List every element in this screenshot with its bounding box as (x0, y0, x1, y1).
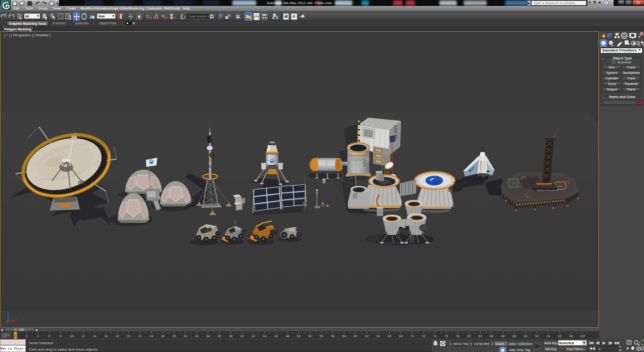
svg-text:10: 10 (70, 335, 74, 338)
svg-text:94: 94 (546, 335, 550, 338)
svg-text:x: x (16, 318, 17, 321)
svg-text:78: 78 (456, 335, 460, 338)
svg-text:54: 54 (320, 335, 323, 338)
svg-text:CAE: CAE (557, 185, 562, 187)
svg-text:42: 42 (252, 335, 255, 338)
svg-text:23768.855: 23768.855 (474, 342, 489, 346)
svg-text:X:: X: (449, 342, 453, 346)
svg-text:56: 56 (331, 335, 335, 338)
svg-text:20: 20 (127, 335, 131, 338)
svg-text:36: 36 (218, 335, 221, 338)
svg-text:28: 28 (172, 335, 176, 338)
svg-text:44: 44 (263, 335, 267, 338)
svg-text:76: 76 (444, 335, 448, 338)
svg-text:8: 8 (60, 335, 62, 338)
svg-text:84: 84 (490, 335, 494, 338)
svg-text:24: 24 (150, 335, 153, 338)
svg-text:22: 22 (138, 335, 142, 338)
svg-text:14: 14 (93, 335, 97, 338)
svg-text:0.0cm: 0.0cm (495, 342, 504, 346)
svg-text:66: 66 (388, 335, 391, 338)
svg-text:⌚: ⌚ (632, 41, 637, 45)
svg-text:4: 4 (37, 335, 39, 338)
svg-text:48: 48 (286, 335, 289, 338)
svg-text:62: 62 (365, 335, 369, 338)
svg-text:86: 86 (501, 335, 505, 338)
svg-text:Selected: Selected (559, 341, 574, 345)
svg-text:38: 38 (229, 335, 233, 338)
svg-text:Auto Key: Auto Key (544, 341, 558, 345)
svg-text:26: 26 (161, 335, 165, 338)
svg-text:Add Time Tag: Add Time Tag (509, 348, 530, 352)
svg-text:View: View (98, 14, 105, 18)
svg-text:%: % (162, 14, 165, 18)
svg-text:72: 72 (422, 335, 426, 338)
svg-text:Key Filters...: Key Filters... (567, 347, 586, 351)
svg-text:88: 88 (512, 335, 516, 338)
svg-text:6: 6 (48, 335, 50, 338)
svg-text:18: 18 (115, 335, 119, 338)
svg-text:90: 90 (524, 335, 528, 338)
svg-text:80: 80 (467, 335, 471, 338)
svg-text:Set Key: Set Key (545, 347, 557, 351)
svg-text:12: 12 (81, 335, 85, 338)
svg-text:70: 70 (410, 335, 414, 338)
svg-text:50: 50 (297, 335, 301, 338)
svg-text:58: 58 (342, 335, 346, 338)
svg-text:Z:: Z: (491, 342, 494, 346)
svg-text:5576.778c: 5576.778c (454, 342, 469, 346)
svg-text:60: 60 (354, 335, 357, 338)
svg-text:2: 2 (26, 335, 28, 338)
svg-text:34: 34 (206, 335, 210, 338)
svg-text:98: 98 (569, 335, 573, 338)
svg-text:16: 16 (104, 335, 108, 338)
svg-text:100: 100 (580, 335, 585, 338)
svg-text:3: 3 (147, 14, 149, 19)
svg-text:0: 0 (598, 347, 601, 351)
svg-text:64: 64 (376, 335, 380, 338)
svg-text:74: 74 (433, 335, 437, 338)
svg-text:46: 46 (274, 335, 278, 338)
svg-text:Grid = 1000.0cm: Grid = 1000.0cm (509, 342, 533, 346)
svg-text:92: 92 (535, 335, 539, 338)
svg-text:All: All (25, 14, 29, 18)
svg-text:32: 32 (195, 335, 199, 338)
svg-text:30: 30 (184, 335, 187, 338)
svg-text:82: 82 (478, 335, 482, 338)
svg-text:Create Selection S: Create Selection S (188, 14, 209, 18)
svg-text:52: 52 (308, 335, 312, 338)
svg-text:96: 96 (558, 335, 562, 338)
svg-text:40: 40 (240, 335, 244, 338)
svg-text:0: 0 (14, 334, 16, 337)
svg-text:68: 68 (399, 335, 403, 338)
